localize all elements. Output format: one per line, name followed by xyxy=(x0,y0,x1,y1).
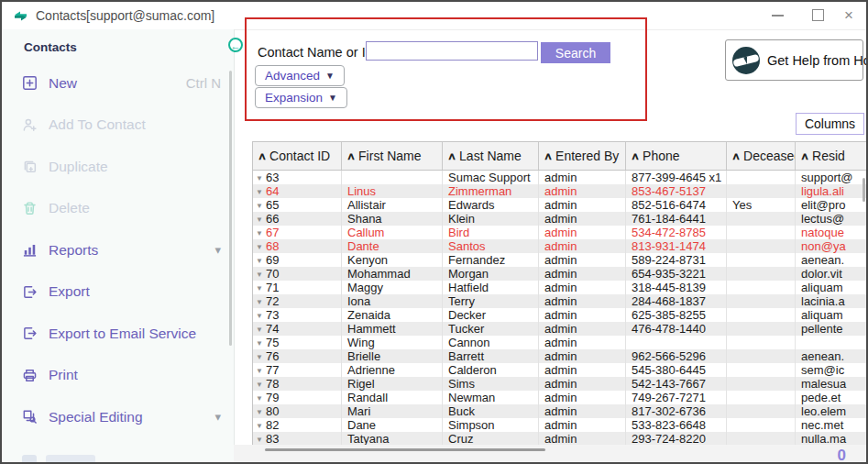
row-expander-icon[interactable]: ▼ xyxy=(256,405,263,418)
person-add-icon xyxy=(22,116,38,133)
plus-square-icon xyxy=(22,75,38,92)
cell-entered-by: admin xyxy=(539,349,626,363)
row-expander-icon[interactable]: ▼ xyxy=(256,392,263,404)
column-header-first-name[interactable]: ∧First Name xyxy=(342,142,443,170)
advanced-dropdown-button[interactable]: Advanced ▼ xyxy=(255,65,345,86)
sidebar-item-export-to-email-service[interactable]: Export to Email Service xyxy=(2,313,234,355)
column-header-resid[interactable]: ∧Resid xyxy=(796,142,868,170)
row-expander-icon[interactable]: ▼ xyxy=(256,419,263,432)
row-expander-icon[interactable]: ▼ xyxy=(256,254,263,267)
cell-deceased xyxy=(727,336,796,349)
sidebar-item-delete: Delete xyxy=(2,188,234,230)
row-expander-icon[interactable]: ▼ xyxy=(256,433,263,446)
table-row[interactable]: ▼72IonaTerryadmin284-468-1837lacinia.a xyxy=(253,294,868,308)
cell-phone: 545-380-6445 xyxy=(626,363,727,377)
cell-phone: 853-467-5137 xyxy=(626,184,727,198)
app-window: Contacts [support@sumac.com] × Contacts … xyxy=(0,0,868,464)
table-row[interactable]: ▼63Sumac Supportadmin877-399-4645 x1supp… xyxy=(253,171,868,184)
close-button[interactable]: × xyxy=(833,2,864,28)
column-header-label: First Name xyxy=(358,149,421,163)
column-header-phone[interactable]: ∧Phone xyxy=(626,142,727,170)
maximize-button[interactable] xyxy=(802,2,833,28)
column-header-last-name[interactable]: ∧Last Name xyxy=(443,142,539,170)
sidebar-item-new[interactable]: NewCtrl N xyxy=(2,62,234,105)
chevron-down-icon: ▾ xyxy=(214,410,221,424)
cell-phone: 817-302-6736 xyxy=(626,404,727,418)
sidebar-item-label: Delete xyxy=(49,200,221,216)
row-expander-icon[interactable]: ▼ xyxy=(256,309,263,322)
table-row[interactable]: ▼78RigelSimsadmin542-143-7667malesua xyxy=(253,377,868,391)
cell-resid: aenean. xyxy=(796,349,868,363)
columns-button[interactable]: Columns xyxy=(796,113,864,135)
sidebar-item-special-editing[interactable]: Special Editing▾ xyxy=(2,396,234,438)
cell-last-name: Hatfield xyxy=(443,281,539,294)
row-expander-icon[interactable]: ▼ xyxy=(256,337,263,349)
table-row[interactable]: ▼71MaggyHatfieldadmin318-445-8139aliquam xyxy=(253,281,868,294)
table-row[interactable]: ▼66ShanaKleinadmin761-184-6441lectus@ xyxy=(253,212,868,226)
column-header-deceased[interactable]: ∧Deceased xyxy=(727,142,796,170)
row-expander-icon[interactable]: ▼ xyxy=(256,282,263,294)
table-row[interactable]: ▼74HammettTuckeradmin476-478-1440pellent… xyxy=(253,322,868,336)
table-row[interactable]: ▼82DaneSimpsonadmin533-823-6648nec.met xyxy=(253,418,868,432)
table-row[interactable]: ▼73ZenaidaDeckeradmin625-385-8255aliquam xyxy=(253,308,868,322)
cell-first-name: Hammett xyxy=(342,322,443,336)
column-header-contact-id[interactable]: ∧Contact ID xyxy=(253,142,342,170)
cell-first-name: Dante xyxy=(342,239,443,253)
cell-phone: 852-516-6474 xyxy=(626,198,727,212)
table-row[interactable]: ▼77AdrienneCalderonadmin545-380-6445sem@… xyxy=(253,363,868,377)
sidebar-scrollbar[interactable] xyxy=(229,71,232,346)
table-row[interactable]: ▼69KenyonFernandezadmin589-224-8731aenea… xyxy=(253,253,868,267)
table-row[interactable]: ▼65AllistairEdwardsadmin852-516-6474Yese… xyxy=(253,198,868,212)
sidebar-item-reports[interactable]: Reports▾ xyxy=(2,229,234,271)
row-expander-icon[interactable]: ▼ xyxy=(256,199,263,212)
minimize-button[interactable] xyxy=(762,2,793,28)
row-expander-icon[interactable]: ▼ xyxy=(256,364,263,377)
sidebar-item-label: Export xyxy=(49,283,221,300)
row-expander-icon[interactable]: ▼ xyxy=(256,171,263,184)
table-row[interactable]: ▼79RandallNewmanadmin749-267-7271pede.et xyxy=(253,391,868,404)
sidebar-item-export[interactable]: Export xyxy=(2,271,234,314)
row-expander-icon[interactable]: ▼ xyxy=(256,323,263,336)
cell-deceased xyxy=(727,363,796,377)
cell-first-name: Mari xyxy=(342,404,443,418)
cell-entered-by: admin xyxy=(539,226,626,239)
cell-last-name: Bird xyxy=(443,226,539,239)
cell-contact-id: 82 xyxy=(266,418,279,432)
cell-last-name: Fernandez xyxy=(443,253,539,267)
table-row[interactable]: ▼76BrielleBarrettadmin962-566-5296aenean… xyxy=(253,349,868,363)
table-row[interactable]: ▼64LinusZimmermanadmin853-467-5137ligula… xyxy=(253,184,868,198)
table-vertical-scrollbar[interactable] xyxy=(863,178,865,202)
sort-ascending-icon: ∧ xyxy=(800,150,809,162)
cell-contact-id: 68 xyxy=(266,239,279,253)
cell-last-name: Sims xyxy=(443,377,539,391)
search-input[interactable] xyxy=(366,41,538,61)
search-button[interactable]: Search xyxy=(541,42,610,63)
column-header-entered-by[interactable]: ∧Entered By xyxy=(539,142,626,170)
table-row[interactable]: ▼83TatyanaCruzadmin293-724-8220nulla.ma xyxy=(253,432,868,446)
cell-deceased xyxy=(727,294,796,308)
cell-entered-by: admin xyxy=(539,404,626,418)
row-expander-icon[interactable]: ▼ xyxy=(256,213,263,226)
row-expander-icon[interactable]: ▼ xyxy=(256,226,263,239)
column-header-label: Entered By xyxy=(555,149,619,163)
cell-entered-by: admin xyxy=(539,336,626,349)
table-horizontal-scrollbar[interactable] xyxy=(265,448,545,451)
table-row[interactable]: ▼75WingCannonadmin xyxy=(253,336,868,349)
row-expander-icon[interactable]: ▼ xyxy=(256,378,263,391)
collapse-sidebar-button[interactable]: ← xyxy=(228,38,243,52)
row-expander-icon[interactable]: ▼ xyxy=(256,185,263,198)
cell-last-name: Barrett xyxy=(443,349,539,363)
cell-resid: pellente xyxy=(796,322,868,336)
row-expander-icon[interactable]: ▼ xyxy=(256,295,263,308)
table-row[interactable]: ▼68DanteSantosadmin813-931-1474non@ya xyxy=(253,239,868,253)
row-expander-icon[interactable]: ▼ xyxy=(256,350,263,363)
table-row[interactable]: ▼80MariBuckadmin817-302-6736leo.elem xyxy=(253,404,868,418)
table-row[interactable]: ▼70MohammadMorganadmin654-935-3221dolor.… xyxy=(253,267,868,281)
row-expander-icon[interactable]: ▼ xyxy=(256,268,263,281)
expansion-dropdown-button[interactable]: Expansion ▼ xyxy=(255,87,347,108)
table-row[interactable]: ▼67CallumBirdadmin534-472-8785natoque xyxy=(253,226,868,239)
cell-last-name: Calderon xyxy=(443,363,539,377)
row-expander-icon[interactable]: ▼ xyxy=(256,240,263,253)
get-help-button[interactable]: Get Help from Hope xyxy=(725,39,863,81)
sidebar-item-print[interactable]: Print xyxy=(2,355,234,397)
